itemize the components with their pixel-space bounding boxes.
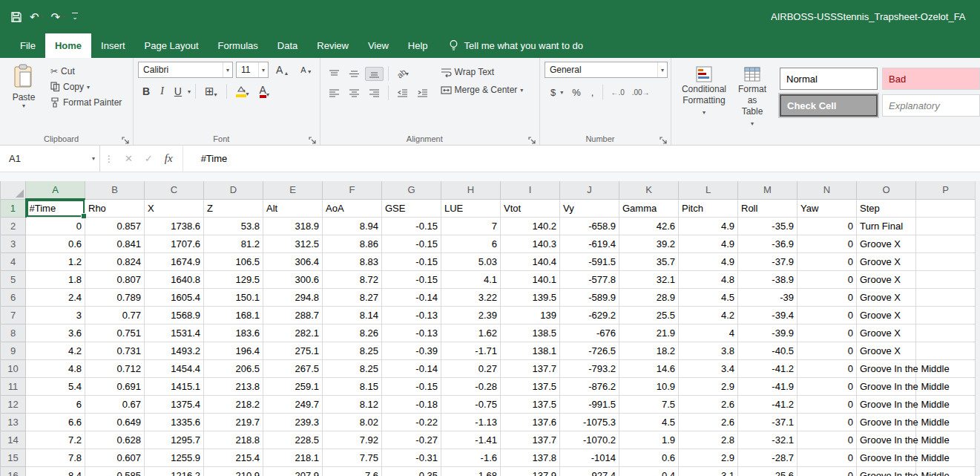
cell-M8[interactable]: -39.9 xyxy=(738,324,798,342)
column-header-E[interactable]: E xyxy=(263,181,323,199)
cell-E12[interactable]: 249.7 xyxy=(263,395,323,413)
cell-O4[interactable]: Groove X xyxy=(857,252,916,270)
tab-data[interactable]: Data xyxy=(268,33,307,58)
cell-G5[interactable]: -0.15 xyxy=(382,270,441,288)
column-header-J[interactable]: J xyxy=(560,181,619,199)
cell-A11[interactable]: 5.4 xyxy=(26,377,85,395)
cell-I3[interactable]: 140.3 xyxy=(501,235,560,252)
column-header-K[interactable]: K xyxy=(619,181,679,199)
cell-style-explanatory[interactable]: Explanatory xyxy=(882,94,980,117)
cell-M10[interactable]: -41.2 xyxy=(738,359,798,377)
increase-decimal-button[interactable]: ←.0 xyxy=(608,87,627,98)
cell-O6[interactable]: Groove X xyxy=(857,288,916,306)
conditional-formatting-button[interactable]: Conditional Formatting ▾ xyxy=(676,62,732,131)
cell-N13[interactable]: 0 xyxy=(798,413,857,431)
cell-F3[interactable]: 8.86 xyxy=(323,235,382,252)
vertical-scrollbar[interactable] xyxy=(975,181,980,476)
cell-K6[interactable]: 28.9 xyxy=(619,288,679,306)
row-header-11[interactable]: 11 xyxy=(1,377,26,395)
cell-I15[interactable]: 137.8 xyxy=(501,449,560,466)
cell-N10[interactable]: 0 xyxy=(798,359,857,377)
merge-center-button[interactable]: Merge & Center ▾ xyxy=(438,83,527,97)
cell-A14[interactable]: 7.2 xyxy=(26,431,85,449)
column-header-G[interactable]: G xyxy=(382,181,441,199)
tab-formulas[interactable]: Formulas xyxy=(208,33,268,58)
cell-J12[interactable]: -991.5 xyxy=(560,395,619,413)
cell-F5[interactable]: 8.72 xyxy=(323,270,382,288)
cell-C10[interactable]: 1454.4 xyxy=(145,359,204,377)
cell-B16[interactable]: 0.585 xyxy=(85,466,145,476)
cell-H12[interactable]: -0.75 xyxy=(441,395,501,413)
cell-E13[interactable]: 239.3 xyxy=(263,413,323,431)
cell-M14[interactable]: -32.1 xyxy=(738,431,798,449)
cell-D14[interactable]: 218.8 xyxy=(204,431,263,449)
cell-G1[interactable]: GSE xyxy=(382,199,441,217)
cell-E11[interactable]: 259.1 xyxy=(263,377,323,395)
increase-font-size-button[interactable]: A▲ xyxy=(272,63,293,76)
cell-A8[interactable]: 3.6 xyxy=(26,324,85,342)
cell-I10[interactable]: 137.7 xyxy=(501,359,560,377)
decrease-indent-button[interactable] xyxy=(393,86,412,100)
cell-C15[interactable]: 1255.9 xyxy=(145,449,204,466)
cell-F14[interactable]: 7.92 xyxy=(323,431,382,449)
cell-A4[interactable]: 1.2 xyxy=(26,252,85,270)
cell-P4[interactable] xyxy=(916,252,976,270)
cell-A12[interactable]: 6 xyxy=(26,395,85,413)
orientation-button[interactable]: ab▾ xyxy=(393,67,412,80)
column-header-F[interactable]: F xyxy=(323,181,382,199)
formula-input[interactable]: #Time xyxy=(183,146,980,172)
cell-D7[interactable]: 168.1 xyxy=(204,306,263,324)
cell-D10[interactable]: 206.5 xyxy=(204,359,263,377)
cell-B4[interactable]: 0.824 xyxy=(85,252,145,270)
cell-L15[interactable]: 2.9 xyxy=(679,449,738,466)
cell-O16[interactable]: Groove In the Middle xyxy=(857,466,916,476)
cell-J15[interactable]: -1014 xyxy=(560,449,619,466)
column-header-P[interactable]: P xyxy=(916,181,976,199)
cell-B15[interactable]: 0.607 xyxy=(85,449,145,466)
cell-P5[interactable] xyxy=(916,270,976,288)
cut-button[interactable]: ✂ Cut xyxy=(47,65,125,78)
cell-M16[interactable]: -25.6 xyxy=(738,466,798,476)
cell-F7[interactable]: 8.14 xyxy=(323,306,382,324)
tab-file[interactable]: File xyxy=(10,33,45,58)
cell-K13[interactable]: 4.5 xyxy=(619,413,679,431)
cell-B2[interactable]: 0.857 xyxy=(85,217,145,235)
cell-P1[interactable] xyxy=(916,199,976,217)
cell-I6[interactable]: 139.5 xyxy=(501,288,560,306)
cell-C1[interactable]: X xyxy=(145,199,204,217)
cell-M1[interactable]: Roll xyxy=(738,199,798,217)
cell-H8[interactable]: 1.62 xyxy=(441,324,501,342)
cell-L2[interactable]: 4.9 xyxy=(679,217,738,235)
cell-G15[interactable]: -0.31 xyxy=(382,449,441,466)
increase-indent-button[interactable] xyxy=(413,86,432,100)
cell-I13[interactable]: 137.6 xyxy=(501,413,560,431)
cell-N5[interactable]: 0 xyxy=(798,270,857,288)
cell-A2[interactable]: 0 xyxy=(26,217,85,235)
cell-A6[interactable]: 2.4 xyxy=(26,288,85,306)
cell-K15[interactable]: 0.6 xyxy=(619,449,679,466)
cell-I8[interactable]: 138.5 xyxy=(501,324,560,342)
cell-H1[interactable]: LUE xyxy=(441,199,501,217)
cell-N12[interactable]: 0 xyxy=(798,395,857,413)
tab-help[interactable]: Help xyxy=(398,33,438,58)
cell-O15[interactable]: Groove In the Middle xyxy=(857,449,916,466)
cell-G11[interactable]: -0.15 xyxy=(382,377,441,395)
cell-E6[interactable]: 294.8 xyxy=(263,288,323,306)
cell-N3[interactable]: 0 xyxy=(798,235,857,252)
cell-M9[interactable]: -40.5 xyxy=(738,342,798,359)
align-left-button[interactable] xyxy=(325,86,343,100)
cell-H13[interactable]: -1.13 xyxy=(441,413,501,431)
cell-O10[interactable]: Groove In the Middle xyxy=(857,359,916,377)
cell-B7[interactable]: 0.77 xyxy=(85,306,145,324)
row-header-4[interactable]: 4 xyxy=(1,252,26,270)
cell-N14[interactable]: 0 xyxy=(798,431,857,449)
cell-F9[interactable]: 8.25 xyxy=(323,342,382,359)
cell-A5[interactable]: 1.8 xyxy=(26,270,85,288)
fill-color-button[interactable]: ▾ xyxy=(231,85,254,98)
row-header-6[interactable]: 6 xyxy=(1,288,26,306)
cell-E2[interactable]: 318.9 xyxy=(263,217,323,235)
cell-D2[interactable]: 53.8 xyxy=(204,217,263,235)
cell-K7[interactable]: 25.5 xyxy=(619,306,679,324)
cell-H16[interactable]: -1.68 xyxy=(441,466,501,476)
cell-J8[interactable]: -676 xyxy=(560,324,619,342)
